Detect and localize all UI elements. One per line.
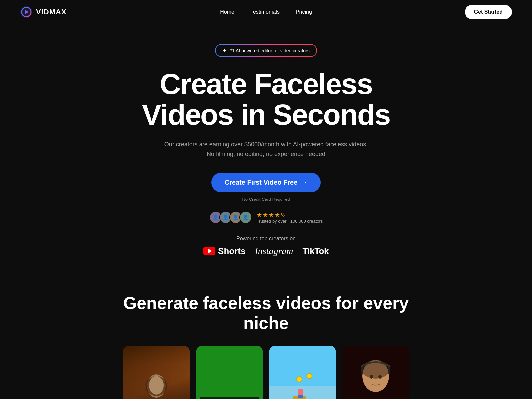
platform-tiktok: TikTok	[303, 246, 329, 256]
card-2-subtitle: have you talked to her about this? she a…	[200, 397, 259, 399]
svg-point-25	[307, 373, 312, 379]
hero-section: ✦ #1 AI powered editor for video creator…	[0, 24, 532, 273]
avatar-group: 👤 👤 👤 👤	[209, 211, 252, 224]
card-4-bg	[342, 346, 409, 399]
hero-title-line1: Create Faceless	[160, 67, 372, 100]
svg-rect-15	[269, 346, 336, 386]
svg-point-29	[370, 375, 373, 379]
cta-button-label: Create First Video Free	[225, 179, 298, 186]
svg-rect-32	[388, 366, 390, 374]
get-started-button[interactable]: Get Started	[465, 5, 512, 19]
logo-icon	[20, 6, 33, 18]
badge-icon: ✦	[222, 47, 227, 54]
platform-youtube-shorts: Shorts	[203, 246, 245, 256]
svg-rect-22	[298, 389, 303, 395]
stars-row: ★★★★½	[257, 211, 323, 219]
avatar-4: 👤	[239, 211, 252, 224]
video-card-3: every	[269, 346, 336, 399]
nav-home[interactable]: Home	[220, 9, 234, 15]
card-1-person-svg	[138, 373, 175, 399]
no-credit-text: No Credit Card Required	[242, 197, 290, 202]
video-card-4: DAYS.	[342, 346, 409, 399]
hero-subtitle: Our creators are earning over $5000/mont…	[163, 140, 369, 159]
powering-text: Powering top creators on	[236, 236, 296, 242]
cta-arrow: →	[301, 179, 307, 186]
svg-rect-31	[361, 366, 363, 374]
create-video-button[interactable]: Create First Video Free →	[211, 173, 321, 192]
svg-rect-23	[298, 395, 303, 398]
card-2-bg	[196, 346, 263, 399]
hero-title-line2: Videos in Seconds	[142, 98, 390, 131]
hero-badge: ✦ #1 AI powered editor for video creator…	[215, 44, 317, 57]
niche-section: Generate faceless videos for every niche…	[0, 273, 532, 399]
platforms-section: Powering top creators on Shorts Instagra…	[203, 236, 329, 256]
video-card-1: RACED WITH	[123, 346, 190, 399]
nav-testimonials[interactable]: Testimonials	[250, 9, 280, 15]
svg-point-5	[149, 376, 164, 395]
video-grid: RACED WITH have you talked to her about …	[0, 346, 532, 399]
svg-point-24	[297, 377, 302, 382]
platform-instagram: Instagram	[255, 246, 293, 256]
proof-text: ★★★★½ Trusted by over +100,000 creators	[257, 211, 323, 224]
half-star: ½	[281, 212, 285, 218]
trusted-text: Trusted by over +100,000 creators	[257, 219, 323, 224]
shorts-label: Shorts	[218, 246, 245, 256]
youtube-icon	[203, 247, 215, 255]
badge-text: #1 AI powered editor for video creators	[229, 48, 309, 53]
video-card-2: have you talked to her about this? she a…	[196, 346, 263, 399]
social-proof: 👤 👤 👤 👤 ★★★★½ Trusted by over +100,000 c…	[209, 211, 323, 224]
logo-text: VIDMAX	[36, 8, 66, 16]
svg-rect-6	[196, 346, 263, 399]
hero-title: Create Faceless Videos in Seconds	[142, 69, 390, 130]
logo[interactable]: VIDMAX	[20, 6, 66, 18]
card-3-bg	[269, 346, 336, 399]
svg-point-30	[378, 375, 382, 379]
niche-title: Generate faceless videos for every niche	[100, 273, 432, 346]
nav-links: Home Testimonials Pricing	[220, 9, 312, 15]
nav-pricing[interactable]: Pricing	[296, 9, 312, 15]
star-icons: ★★★★	[257, 212, 281, 218]
play-triangle	[208, 248, 212, 254]
tiktok-label: TikTok	[303, 246, 329, 256]
platform-logos: Shorts Instagram TikTok	[203, 246, 329, 256]
instagram-label: Instagram	[255, 246, 293, 256]
navbar: VIDMAX Home Testimonials Pricing Get Sta…	[0, 0, 532, 24]
